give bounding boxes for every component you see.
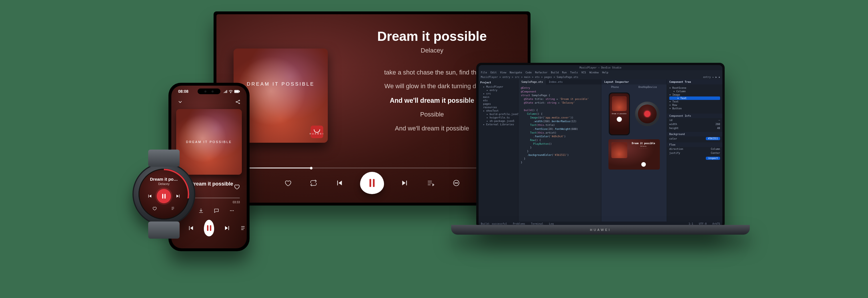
watch-band bbox=[148, 150, 180, 167]
component-tree-item[interactable]: ▾ Image bbox=[669, 93, 720, 97]
comment-icon[interactable] bbox=[214, 208, 220, 214]
play-pause-button[interactable] bbox=[360, 172, 384, 194]
next-icon[interactable] bbox=[224, 225, 231, 231]
previous-icon[interactable] bbox=[187, 225, 194, 231]
editor-tab[interactable]: SamplePage.ets bbox=[519, 79, 546, 85]
editor-tabs: SamplePage.ets Index.ets bbox=[519, 79, 601, 85]
ide-preview-panel: Layout Inspector Phone OneHopDevice Drea… bbox=[601, 79, 667, 222]
component-tree-item[interactable]: ▾ Row bbox=[669, 103, 720, 107]
preview-device-tabs: Phone OneHopDevice bbox=[601, 85, 667, 90]
project-tree-item[interactable]: ▸ MusicPlayer bbox=[480, 85, 517, 89]
component-tree-item[interactable]: ▾ Text bbox=[669, 97, 720, 100]
playlist-icon[interactable] bbox=[240, 225, 247, 231]
menu-item[interactable]: Build bbox=[551, 71, 558, 74]
tv-song-artist: Delacey bbox=[342, 47, 522, 54]
preview-phone[interactable]: Dream it possible bbox=[609, 93, 630, 135]
editor-tab[interactable]: Index.ets bbox=[546, 79, 566, 85]
section-header: Flex bbox=[667, 142, 722, 147]
menu-item[interactable]: Edit bbox=[491, 71, 497, 74]
play-pause-button[interactable] bbox=[204, 220, 214, 236]
download-icon[interactable] bbox=[198, 208, 205, 214]
project-tree-item[interactable]: ▸ oh-package.json5 bbox=[480, 119, 517, 123]
menu-item[interactable]: View bbox=[500, 71, 506, 74]
ide-body: Project ▸ MusicPlayer▸ entry▸ srcmainets… bbox=[478, 79, 722, 222]
menu-item[interactable]: Help bbox=[602, 71, 609, 74]
watch-band bbox=[148, 222, 180, 239]
project-tree-item[interactable]: pages bbox=[480, 102, 517, 106]
component-tree-item[interactable]: ▾ Button bbox=[669, 107, 720, 110]
project-tree-item[interactable]: main bbox=[480, 95, 517, 99]
wifi-icon bbox=[228, 90, 233, 93]
project-tree-item[interactable]: ▸ External Libraries bbox=[480, 123, 517, 126]
laptop-logo: HUAWEI bbox=[590, 228, 611, 231]
svg-point-10 bbox=[239, 103, 240, 104]
menu-item[interactable]: Run bbox=[562, 71, 567, 74]
next-icon[interactable] bbox=[400, 178, 410, 188]
preview-device[interactable]: OneHopDevice bbox=[639, 86, 657, 89]
run-controls[interactable]: entry ▸ ▶ ▪ bbox=[703, 76, 720, 78]
menu-item[interactable]: VCS bbox=[581, 71, 586, 74]
project-tree-item[interactable]: ▸ build-profile.json5 bbox=[480, 112, 517, 116]
phone-album-art: DREAM IT POSSIBLE bbox=[176, 109, 242, 175]
menu-item[interactable]: Navigate bbox=[510, 71, 522, 74]
heart-icon[interactable] bbox=[234, 184, 240, 190]
ide-toolbar: MusicPlayer > entry > src > main > ets >… bbox=[478, 75, 722, 79]
preview-tv[interactable]: Dream it possible Delacey · · · · · bbox=[609, 139, 660, 170]
menu-item[interactable]: Refactor bbox=[535, 71, 547, 74]
laptop-device: MusicPlayer — DevEco Studio File Edit Vi… bbox=[476, 63, 725, 228]
tv-progress-bar[interactable] bbox=[234, 168, 510, 168]
svg-rect-7 bbox=[239, 91, 240, 92]
phone-device: 08:08 DREAM IT POSSIBLE Hi-Res Dream it … bbox=[168, 83, 250, 251]
panel-header: Component Tree bbox=[667, 79, 722, 85]
ide-menubar: File Edit View Navigate Code Refactor Bu… bbox=[478, 70, 722, 75]
menu-item[interactable]: Code bbox=[525, 71, 532, 74]
component-tree-item[interactable]: ▾ Text bbox=[669, 100, 720, 103]
preview-stage: Dream it possible Dream it possible Dela… bbox=[601, 90, 667, 222]
previous-icon[interactable] bbox=[334, 178, 344, 188]
phone-notch bbox=[197, 89, 220, 94]
project-tree-item[interactable]: ▸ hvigorfile.ts bbox=[480, 116, 517, 119]
menu-item[interactable]: File bbox=[481, 71, 487, 74]
more-icon[interactable] bbox=[229, 208, 235, 214]
phone-song-title: Dream it possible bbox=[190, 181, 233, 187]
preview-watch[interactable] bbox=[635, 102, 659, 126]
heart-icon[interactable] bbox=[283, 178, 293, 188]
loop-icon[interactable] bbox=[309, 178, 318, 188]
preview-device[interactable]: Phone bbox=[611, 86, 619, 89]
project-tree-item[interactable]: ▸ ohosTest bbox=[480, 109, 517, 112]
project-tree-item[interactable]: ets bbox=[480, 99, 517, 102]
component-tree[interactable]: ▾ RootScene▾ Column▾ Image▾ Text▾ Text▾ … bbox=[667, 85, 722, 112]
album-title-overlay: DREAM IT POSSIBLE bbox=[247, 81, 315, 87]
menu-item[interactable]: Window bbox=[589, 71, 599, 74]
component-tree-item[interactable]: ▾ Column bbox=[669, 90, 720, 93]
playlist-icon[interactable] bbox=[426, 178, 435, 188]
menu-item[interactable]: Tools bbox=[570, 71, 578, 74]
pause-icon bbox=[207, 225, 211, 231]
time-total: 03:33 bbox=[233, 201, 240, 204]
phone-screen: 08:08 DREAM IT POSSIBLE Hi-Res Dream it … bbox=[171, 86, 247, 249]
project-tree-item[interactable]: resources bbox=[480, 106, 517, 109]
code-editor[interactable]: @Entry @Component struct SamplePage { @S… bbox=[519, 85, 601, 166]
inspect-chip[interactable]: inspect bbox=[706, 157, 720, 160]
svg-rect-6 bbox=[235, 91, 238, 92]
project-tree-item[interactable]: ▸ src bbox=[480, 92, 517, 95]
battery-icon bbox=[234, 90, 240, 93]
more-icon[interactable] bbox=[452, 178, 461, 188]
panel-header: Project bbox=[480, 81, 517, 84]
svg-point-12 bbox=[230, 210, 231, 211]
watch-progress-ring bbox=[138, 169, 189, 220]
ide-inspector-panel: Component Tree ▾ RootScene▾ Column▾ Imag… bbox=[667, 79, 722, 222]
ide-project-panel: Project ▸ MusicPlayer▸ entry▸ srcmainets… bbox=[478, 79, 519, 222]
svg-point-2 bbox=[456, 183, 457, 183]
svg-point-13 bbox=[231, 210, 232, 211]
section-header: Component Info bbox=[667, 113, 722, 118]
project-tree-item[interactable]: ▸ entry bbox=[480, 89, 517, 92]
ide-window: MusicPlayer — DevEco Studio File Edit Vi… bbox=[478, 65, 722, 226]
pause-icon bbox=[369, 179, 375, 187]
breadcrumb[interactable]: MusicPlayer > entry > src > main > ets >… bbox=[481, 76, 578, 78]
svg-point-3 bbox=[457, 183, 458, 183]
share-icon[interactable] bbox=[235, 99, 241, 105]
chevron-down-icon[interactable] bbox=[177, 99, 183, 105]
svg-point-9 bbox=[239, 100, 240, 101]
component-tree-item[interactable]: ▾ RootScene bbox=[669, 86, 720, 90]
